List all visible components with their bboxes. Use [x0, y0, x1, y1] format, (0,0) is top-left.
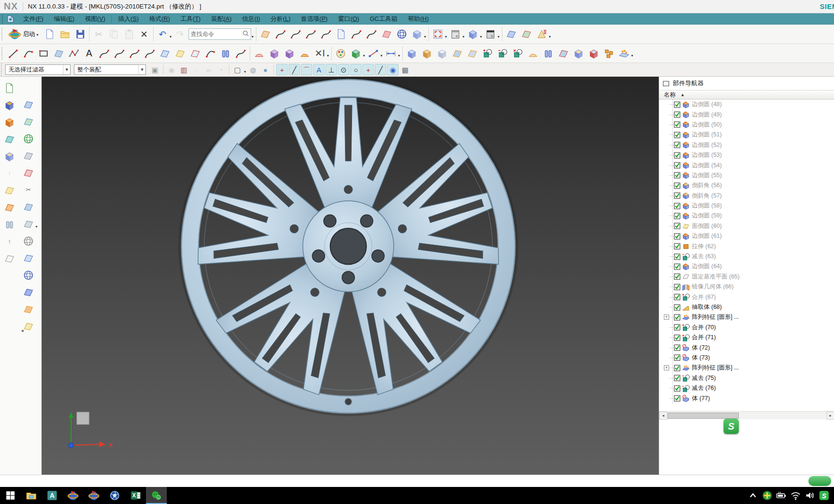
antivirus-tray-icon[interactable] [760, 487, 774, 504]
graphics-viewport[interactable]: X [42, 77, 659, 475]
feature-checkbox[interactable] [674, 284, 680, 290]
feature-tree-row[interactable]: +阵列特征 [圆形] ... [659, 312, 834, 322]
scroll-left-button[interactable]: ◂ [659, 412, 667, 420]
offset-curve-icon[interactable] [142, 46, 157, 61]
open-icon[interactable] [57, 27, 73, 42]
bounded-plane-icon[interactable] [20, 251, 36, 265]
feature-checkbox[interactable] [674, 395, 680, 402]
corner-curve-icon[interactable] [318, 27, 334, 42]
navigator-column-header[interactable]: 名称 ▲ [659, 90, 834, 99]
snap-endpoint-icon[interactable]: ╱ [289, 64, 300, 75]
feature-checkbox[interactable] [674, 263, 680, 270]
feature-tree-row[interactable]: 边倒圆 (54) [659, 160, 834, 170]
cylinder-pair-icon[interactable] [541, 46, 556, 61]
fill-surface-icon[interactable] [20, 302, 36, 316]
feature-checkbox[interactable] [674, 365, 680, 371]
menu-item-12[interactable]: GC工具箱 [364, 13, 403, 25]
feature-tree-row[interactable]: 体 (77) [659, 393, 834, 403]
snap-intersection-icon[interactable]: ⊥ [326, 64, 337, 75]
feature-checkbox[interactable] [674, 182, 680, 189]
extrude-dome-icon[interactable] [526, 46, 541, 61]
tree-expand-icon[interactable]: + [664, 315, 669, 320]
feature-tree-row[interactable]: 抽取体 (68) [659, 302, 834, 312]
offset-surface-icon[interactable] [20, 199, 36, 214]
bounded-surface-icon[interactable] [1, 183, 18, 198]
wifi-icon[interactable] [789, 487, 803, 504]
feature-checkbox[interactable] [674, 111, 680, 118]
wave-curve-icon[interactable] [364, 27, 379, 42]
feature-tree-row[interactable]: 边倒圆 (48) [659, 99, 834, 109]
feature-checkbox[interactable] [674, 233, 680, 240]
feature-checkbox[interactable] [674, 375, 680, 381]
feature-checkbox[interactable] [674, 354, 680, 361]
menu-item-5[interactable]: 格式(R) [144, 13, 175, 25]
face-blend-icon[interactable] [465, 46, 480, 61]
feature-tree-row[interactable]: 边倒圆 (59) [659, 211, 834, 221]
menu-item-9[interactable]: 分析(L) [265, 13, 296, 25]
edge-blend-icon[interactable] [450, 46, 465, 61]
feature-tree-row[interactable]: 倒斜角 (57) [659, 191, 834, 201]
scope-filter-dropdown[interactable]: 整个装配 ▼ [74, 64, 146, 75]
intersect-icon[interactable]: × [510, 46, 526, 61]
sidebar-collapse-arrow[interactable]: ◂ [19, 327, 26, 333]
feature-checkbox[interactable] [674, 223, 680, 229]
feature-tree-row[interactable]: 倒斜角 (56) [659, 180, 834, 190]
feature-tree-row[interactable]: +合并 (70) [659, 323, 834, 333]
nx-app-icon-2[interactable] [83, 487, 104, 504]
sketch-in-task-icon[interactable] [1, 81, 18, 95]
feature-checkbox[interactable] [674, 142, 680, 148]
tree-expand-icon[interactable]: + [664, 365, 669, 370]
feature-tree-row[interactable]: −减去 (63) [659, 252, 834, 261]
feature-checkbox[interactable] [674, 203, 680, 209]
search-icon[interactable] [242, 30, 249, 38]
feature-checkbox[interactable] [674, 304, 680, 311]
arrow-curve-icon[interactable] [233, 46, 248, 61]
trim-body-icon[interactable] [556, 46, 571, 61]
feature-checkbox[interactable] [674, 101, 680, 108]
snap-table-icon[interactable]: ▦ [399, 64, 411, 75]
feature-checkbox[interactable] [674, 334, 680, 341]
arc-icon[interactable] [21, 46, 36, 61]
ruled-sheet-icon[interactable] [172, 46, 188, 61]
feature-checkbox[interactable] [674, 213, 680, 219]
compare-sheet-icon[interactable] [519, 27, 534, 42]
sphere-tool-icon[interactable] [20, 234, 36, 248]
command-search-input[interactable] [190, 31, 242, 37]
through-curves-icon[interactable] [20, 97, 36, 112]
feature-checkbox[interactable] [674, 243, 680, 250]
export-sheet-icon[interactable] [504, 27, 519, 42]
sogou-tray-icon[interactable]: S [817, 487, 831, 504]
feature-tree-row[interactable]: 边倒圆 (53) [659, 150, 834, 160]
feature-checkbox[interactable] [674, 294, 680, 300]
section-surface-icon[interactable] [188, 46, 203, 61]
pattern-plate-icon[interactable] [616, 46, 632, 61]
render-app-icon[interactable] [104, 487, 125, 504]
chamfer-sheet-icon[interactable] [334, 27, 349, 42]
curved-sheet-icon[interactable] [20, 285, 36, 299]
menu-item-13[interactable]: 帮助(H) [403, 13, 434, 25]
cavity-icon[interactable] [267, 46, 282, 61]
dimension-icon[interactable] [383, 46, 399, 61]
trim-sheet-icon[interactable]: ✂ [20, 182, 36, 197]
sort-ascending-icon[interactable]: ▲ [680, 92, 685, 97]
cylinder-tool-icon[interactable] [1, 217, 18, 232]
format-part-icon[interactable] [258, 27, 273, 42]
menu-item-7[interactable]: 装配(A) [206, 13, 236, 25]
snap-point-icon[interactable]: + [276, 64, 288, 75]
battery-icon[interactable] [774, 487, 789, 504]
menu-item-10[interactable]: 首选项(P) [296, 13, 333, 25]
thicken-icon-caret[interactable]: ▾ [36, 225, 37, 229]
start-menu-button[interactable]: 启动▾ [6, 27, 42, 41]
menu-item-1[interactable]: 文件(F) [18, 13, 49, 25]
feature-tree-row[interactable]: −减去 (75) [659, 373, 834, 383]
plane-tool-icon[interactable] [1, 251, 18, 266]
unite-icon[interactable]: + [480, 46, 495, 61]
feature-checkbox[interactable] [674, 344, 680, 351]
excel-icon[interactable]: X [125, 487, 146, 504]
wechat-icon[interactable] [146, 487, 167, 504]
analysis-cube-icon[interactable] [404, 46, 419, 61]
new-file-icon[interactable] [42, 27, 57, 42]
feature-checkbox[interactable] [674, 152, 680, 159]
thicken-icon[interactable] [20, 216, 36, 231]
snap-control-point-icon[interactable]: A [313, 64, 325, 75]
